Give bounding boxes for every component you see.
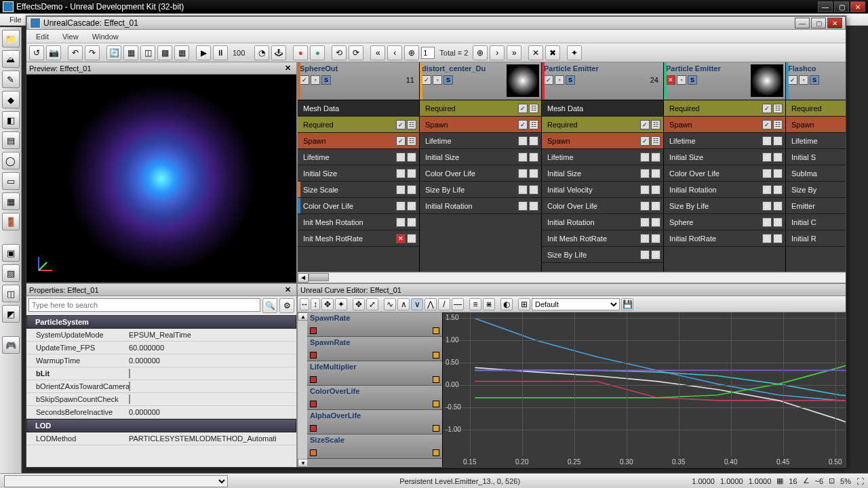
mode-play[interactable]: 🎮: [2, 336, 20, 354]
tb-lod-last[interactable]: »: [507, 45, 521, 60]
mode-cylinder[interactable]: ◯: [2, 152, 20, 169]
scroll-thumb[interactable]: [309, 273, 329, 281]
module-enable-checkbox[interactable]: ✓: [640, 152, 650, 162]
tb-detail[interactable]: ✦: [567, 45, 582, 60]
mode-add[interactable]: ▣: [2, 244, 20, 262]
emitter-header[interactable]: Particle Emitter ✓ ▫ S 24: [542, 62, 663, 100]
tb-bounds[interactable]: ◫: [140, 45, 155, 60]
emitter-render-checkbox[interactable]: ▫: [433, 75, 442, 85]
module-row[interactable]: Required ✓ ☷: [420, 100, 541, 117]
curve-tab-save[interactable]: 💾: [621, 298, 633, 310]
module-row[interactable]: Initial Velocity ✓ ☷: [542, 182, 663, 198]
module-row[interactable]: Initial Rotation ✓ ☷: [542, 214, 663, 230]
emitter-header[interactable]: SphereOut ✓ ▫ S 11: [298, 62, 419, 100]
module-enable-checkbox[interactable]: ✓: [396, 201, 406, 211]
curve-color-swatch[interactable]: [310, 401, 317, 407]
module-row[interactable]: Required ✓ ☷: [786, 100, 846, 117]
module-row[interactable]: Required ✓ ☷: [298, 117, 419, 133]
curve-mode-break[interactable]: ⋀: [425, 298, 437, 310]
module-enable-checkbox[interactable]: ✓: [518, 201, 528, 211]
module-graph-button[interactable]: ☷: [773, 169, 783, 178]
module-graph-button[interactable]: ☷: [773, 185, 783, 195]
mode-sheet[interactable]: ▭: [2, 172, 20, 190]
module-graph-button[interactable]: ☷: [407, 185, 416, 195]
cascade-close[interactable]: ✕: [827, 18, 842, 28]
menu-edit[interactable]: Edit: [29, 31, 56, 42]
curve-track[interactable]: AlphaOverLife: [307, 410, 442, 434]
curve-track[interactable]: SizeScale: [307, 434, 442, 459]
module-enable-checkbox[interactable]: ✓: [518, 120, 528, 129]
module-enable-checkbox[interactable]: ✓: [762, 185, 772, 195]
curve-track[interactable]: SpawnRate: [307, 337, 442, 361]
property-value[interactable]: EPSUM_RealTime: [125, 331, 296, 339]
mode-door[interactable]: 🚪: [2, 213, 20, 230]
properties-close[interactable]: ✕: [282, 285, 294, 294]
module-graph-button[interactable]: ☷: [407, 218, 416, 227]
mode-terrain[interactable]: ⛰: [2, 50, 20, 68]
module-row[interactable]: Color Over Life ✓ ☷: [664, 165, 785, 182]
module-enable-checkbox[interactable]: ✓: [518, 104, 528, 113]
module-row[interactable]: Init Mesh RotRate ✓ ☷: [542, 230, 663, 247]
category-particlesystem[interactable]: ParticleSystem: [26, 315, 296, 329]
module-row[interactable]: Initial R ✓ ☷: [786, 230, 846, 247]
minimize-button[interactable]: —: [818, 1, 833, 12]
module-graph-button[interactable]: ☷: [773, 201, 783, 211]
tb-undo[interactable]: ↶: [68, 45, 83, 60]
module-graph-button[interactable]: ☷: [407, 234, 416, 243]
module-row[interactable]: Spawn ✓ ☷: [420, 117, 541, 133]
module-enable-checkbox[interactable]: ✕: [396, 234, 406, 243]
emitter-header[interactable]: Particle Emitter ✕ ▫ S 72: [664, 62, 785, 100]
emitter-enable-checkbox[interactable]: ✓: [300, 75, 309, 85]
curve-track[interactable]: ColorOverLife: [307, 386, 442, 410]
property-value[interactable]: 60.000000: [125, 344, 296, 352]
mode-browser[interactable]: 📁: [2, 30, 20, 47]
curve-color-swatch[interactable]: [310, 425, 317, 432]
curve-visible-swatch[interactable]: [433, 449, 439, 456]
curve-pan[interactable]: ✥: [353, 298, 365, 310]
module-graph-button[interactable]: ☷: [651, 218, 660, 227]
emitter-render-checkbox[interactable]: ▫: [799, 75, 808, 85]
module-enable-checkbox[interactable]: ✓: [396, 218, 406, 227]
module-enable-checkbox[interactable]: ✓: [640, 234, 650, 243]
tb-lod-index[interactable]: [421, 47, 435, 59]
property-row[interactable]: SystemUpdateMode EPSUM_RealTime: [26, 329, 296, 342]
module-enable-checkbox[interactable]: ✓: [518, 152, 528, 162]
module-graph-button[interactable]: ☷: [407, 152, 416, 162]
module-graph-button[interactable]: ☷: [773, 104, 783, 113]
module-graph-button[interactable]: ☷: [529, 201, 538, 211]
module-row[interactable]: Initial Size ✓ ☷: [664, 149, 785, 165]
curve-visible-swatch[interactable]: [433, 352, 439, 359]
module-enable-checkbox[interactable]: ✓: [762, 136, 772, 146]
module-graph-button[interactable]: ☷: [773, 234, 783, 243]
module-enable-checkbox[interactable]: ✓: [518, 185, 528, 195]
tb-redo[interactable]: ↷: [85, 45, 100, 60]
emitter-enable-checkbox[interactable]: ✓: [422, 75, 431, 85]
scroll-left[interactable]: ◀: [298, 273, 309, 283]
property-value[interactable]: 0.000000: [125, 408, 296, 416]
module-graph-button[interactable]: ☷: [651, 201, 660, 211]
module-graph-button[interactable]: ☷: [407, 201, 416, 211]
tb-sphere-r[interactable]: ●: [293, 45, 308, 60]
module-enable-checkbox[interactable]: ✓: [762, 169, 772, 178]
snap-icon[interactable]: ⊡: [829, 476, 835, 485]
curve-color-swatch[interactable]: [310, 327, 317, 334]
tb-wireframe[interactable]: ▦: [123, 45, 138, 60]
module-enable-checkbox[interactable]: ✓: [396, 169, 406, 178]
module-row[interactable]: Emitter ✓ ☷: [786, 198, 846, 214]
curve-mode-user[interactable]: ∨: [411, 298, 423, 310]
module-row[interactable]: Init Mesh Rotation ✓ ☷: [298, 214, 419, 230]
curve-visible-swatch[interactable]: [433, 376, 439, 383]
curve-fit-v[interactable]: ↕: [311, 298, 320, 310]
module-row[interactable]: Color Over Life ✓ ☷: [298, 198, 419, 214]
property-value[interactable]: [125, 382, 296, 390]
emitter-solo-button[interactable]: S: [321, 75, 331, 85]
tb-grid[interactable]: ▦: [174, 45, 189, 60]
mode-bsp[interactable]: ◆: [2, 91, 20, 108]
emitter-header[interactable]: Flashco ✓ ▫ S 0: [786, 62, 846, 100]
module-row[interactable]: Lifetime ✓ ☷: [298, 149, 419, 165]
module-enable-checkbox[interactable]: ✓: [396, 120, 406, 129]
module-graph-button[interactable]: ☷: [529, 169, 538, 178]
menu-file[interactable]: File: [3, 14, 28, 25]
module-enable-checkbox[interactable]: ✓: [640, 201, 650, 211]
curve-color-swatch[interactable]: [310, 376, 317, 383]
